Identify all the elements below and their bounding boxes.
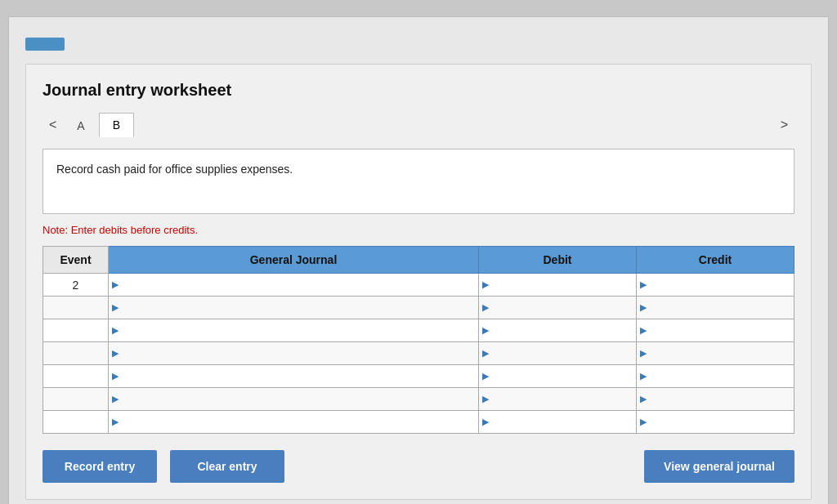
next-tab-arrow[interactable]: > bbox=[774, 114, 794, 136]
credit-arrow-6: ▶ bbox=[637, 417, 647, 427]
clear-entry-button[interactable]: Clear entry bbox=[170, 450, 284, 483]
debit-input-0[interactable] bbox=[492, 274, 636, 296]
journal-cell-6[interactable]: ▶ bbox=[109, 411, 479, 434]
journal-cell-0[interactable]: ▶ bbox=[109, 274, 479, 297]
table-row: ▶▶▶ bbox=[43, 411, 794, 434]
credit-input-5[interactable] bbox=[650, 388, 794, 410]
credit-arrow-3: ▶ bbox=[637, 348, 647, 359]
event-cell-3 bbox=[43, 342, 109, 365]
prev-tab-arrow[interactable]: < bbox=[43, 114, 63, 136]
credit-arrow-4: ▶ bbox=[637, 371, 647, 381]
debit-cell-1[interactable]: ▶ bbox=[479, 297, 637, 319]
debit-arrow-6: ▶ bbox=[479, 417, 489, 427]
credit-input-1[interactable] bbox=[650, 297, 794, 319]
tab-a[interactable]: A bbox=[63, 114, 98, 137]
credit-input-4[interactable] bbox=[650, 365, 794, 387]
card: Journal entry worksheet < A B > Record c… bbox=[25, 64, 812, 500]
journal-input-4[interactable] bbox=[122, 365, 478, 387]
debit-cell-3[interactable]: ▶ bbox=[479, 342, 637, 365]
event-cell-4 bbox=[43, 365, 109, 388]
credit-arrow-2: ▶ bbox=[637, 325, 647, 336]
table-row: ▶▶▶ bbox=[43, 319, 794, 342]
record-entry-button[interactable]: Record entry bbox=[43, 450, 157, 483]
credit-arrow-0: ▶ bbox=[637, 279, 647, 290]
credit-input-2[interactable] bbox=[650, 319, 794, 341]
debit-cell-5[interactable]: ▶ bbox=[479, 388, 637, 411]
journal-input-0[interactable] bbox=[122, 274, 478, 296]
journal-cell-4[interactable]: ▶ bbox=[109, 365, 479, 388]
description-box: Record cash paid for office supplies exp… bbox=[43, 149, 794, 214]
debit-cell-4[interactable]: ▶ bbox=[479, 365, 637, 388]
journal-arrow-2: ▶ bbox=[109, 325, 119, 336]
journal-arrow-1: ▶ bbox=[109, 302, 119, 313]
debit-arrow-5: ▶ bbox=[479, 394, 489, 404]
description-text: Record cash paid for office supplies exp… bbox=[56, 163, 293, 176]
credit-input-0[interactable] bbox=[650, 274, 794, 296]
debit-arrow-0: ▶ bbox=[479, 279, 489, 290]
credit-cell-0[interactable]: ▶ bbox=[637, 274, 794, 297]
tab-b[interactable]: B bbox=[99, 113, 134, 137]
col-header-credit: Credit bbox=[637, 247, 794, 274]
card-title: Journal entry worksheet bbox=[43, 81, 794, 100]
debit-arrow-1: ▶ bbox=[479, 302, 489, 313]
table-row: 2▶▶▶ bbox=[43, 274, 794, 297]
journal-arrow-5: ▶ bbox=[109, 394, 119, 404]
debit-arrow-4: ▶ bbox=[479, 371, 489, 381]
event-cell-2 bbox=[43, 319, 109, 342]
journal-arrow-4: ▶ bbox=[109, 371, 119, 381]
col-header-debit: Debit bbox=[479, 247, 637, 274]
journal-input-3[interactable] bbox=[122, 342, 478, 364]
debit-input-1[interactable] bbox=[492, 297, 636, 319]
table-row: ▶▶▶ bbox=[43, 388, 794, 411]
debit-cell-6[interactable]: ▶ bbox=[479, 411, 637, 434]
journal-cell-2[interactable]: ▶ bbox=[109, 319, 479, 342]
top-button[interactable] bbox=[25, 38, 65, 51]
journal-arrow-0: ▶ bbox=[109, 279, 119, 290]
tabs-nav: < A B > bbox=[43, 113, 794, 137]
buttons-row: Record entry Clear entry View general jo… bbox=[43, 450, 794, 483]
table-row: ▶▶▶ bbox=[43, 365, 794, 388]
table-row: ▶▶▶ bbox=[43, 342, 794, 365]
debit-cell-2[interactable]: ▶ bbox=[479, 319, 637, 342]
debit-input-3[interactable] bbox=[492, 342, 636, 364]
event-cell-0: 2 bbox=[43, 274, 109, 297]
debit-arrow-2: ▶ bbox=[479, 325, 489, 336]
top-bar bbox=[25, 33, 812, 51]
debit-input-4[interactable] bbox=[492, 365, 636, 387]
debit-arrow-3: ▶ bbox=[479, 348, 489, 359]
table-row: ▶▶▶ bbox=[43, 297, 794, 319]
debit-input-5[interactable] bbox=[492, 388, 636, 410]
note-text: Note: Enter debits before credits. bbox=[43, 224, 794, 236]
col-header-event: Event bbox=[43, 247, 109, 274]
event-cell-6 bbox=[43, 411, 109, 434]
credit-arrow-1: ▶ bbox=[637, 302, 647, 313]
page-wrapper: Journal entry worksheet < A B > Record c… bbox=[8, 16, 829, 504]
view-general-journal-button[interactable]: View general journal bbox=[644, 450, 794, 483]
credit-input-6[interactable] bbox=[650, 411, 794, 433]
journal-input-5[interactable] bbox=[122, 388, 478, 410]
credit-cell-3[interactable]: ▶ bbox=[637, 342, 794, 365]
journal-arrow-3: ▶ bbox=[109, 348, 119, 359]
credit-arrow-5: ▶ bbox=[637, 394, 647, 404]
debit-input-2[interactable] bbox=[492, 319, 636, 341]
journal-cell-5[interactable]: ▶ bbox=[109, 388, 479, 411]
credit-cell-6[interactable]: ▶ bbox=[637, 411, 794, 434]
col-header-journal: General Journal bbox=[109, 247, 479, 274]
journal-input-1[interactable] bbox=[122, 297, 478, 319]
credit-cell-5[interactable]: ▶ bbox=[637, 388, 794, 411]
debit-input-6[interactable] bbox=[492, 411, 636, 433]
journal-input-2[interactable] bbox=[122, 319, 478, 341]
journal-table: Event General Journal Debit Credit 2▶▶▶▶… bbox=[43, 246, 794, 434]
credit-cell-2[interactable]: ▶ bbox=[637, 319, 794, 342]
credit-input-3[interactable] bbox=[650, 342, 794, 364]
journal-cell-1[interactable]: ▶ bbox=[109, 297, 479, 319]
event-cell-5 bbox=[43, 388, 109, 411]
credit-cell-4[interactable]: ▶ bbox=[637, 365, 794, 388]
credit-cell-1[interactable]: ▶ bbox=[637, 297, 794, 319]
journal-input-6[interactable] bbox=[122, 411, 478, 433]
debit-cell-0[interactable]: ▶ bbox=[479, 274, 637, 297]
journal-arrow-6: ▶ bbox=[109, 417, 119, 427]
journal-cell-3[interactable]: ▶ bbox=[109, 342, 479, 365]
event-cell-1 bbox=[43, 297, 109, 319]
